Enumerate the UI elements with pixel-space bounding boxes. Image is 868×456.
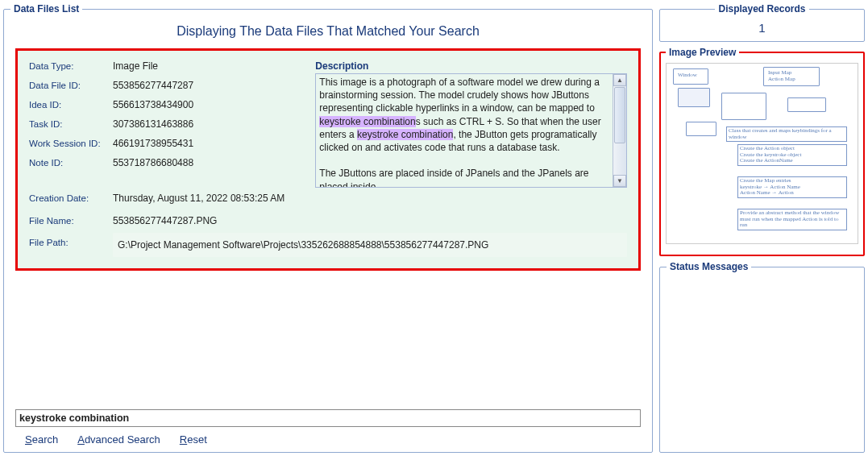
description-scrollbar[interactable]: ▲ ▼ <box>613 74 626 187</box>
value-data-type: Image File <box>113 60 158 72</box>
highlight-1: keystroke combination <box>319 116 415 127</box>
image-preview[interactable]: Window Input MapAction Map Class that cr… <box>666 63 858 244</box>
reset-link[interactable]: Reset <box>180 433 207 446</box>
displayed-records-count: 1 <box>667 21 858 35</box>
value-file-name: 553856277447287.PNG <box>113 215 217 226</box>
displayed-records-panel: Displayed Records 1 <box>659 3 865 42</box>
label-data-type: Data Type: <box>29 61 113 71</box>
highlight-2: keystroke combination <box>357 129 453 140</box>
label-task-id: Task ID: <box>29 119 113 129</box>
label-creation-date: Creation Date: <box>29 193 113 203</box>
image-preview-legend: Image Preview <box>666 47 739 58</box>
value-work-session-id: 466191738955431 <box>113 138 193 149</box>
value-idea-id: 556613738434900 <box>113 99 193 110</box>
data-files-list-legend: Data Files List <box>10 3 82 15</box>
data-files-list-panel: Data Files List Displaying The Data File… <box>3 3 653 453</box>
label-description: Description <box>315 60 627 72</box>
description-box: This image is a photograph of a software… <box>315 73 627 188</box>
description-text[interactable]: This image is a photograph of a software… <box>316 74 613 187</box>
value-creation-date: Thursday, August 11, 2022 08:53:25 AM <box>113 193 284 204</box>
label-note-id: Note ID: <box>29 158 113 168</box>
scroll-up-icon[interactable]: ▲ <box>613 74 626 86</box>
advanced-search-link[interactable]: Advanced Search <box>77 433 160 446</box>
status-messages-panel: Status Messages <box>659 261 865 453</box>
result-card[interactable]: Data Type:Image File Data File ID:553856… <box>15 48 641 271</box>
label-idea-id: Idea ID: <box>29 100 113 110</box>
label-data-file-id: Data File ID: <box>29 81 113 90</box>
value-note-id: 553718786680488 <box>113 157 193 168</box>
scroll-thumb[interactable] <box>614 87 625 143</box>
label-file-path: File Path: <box>29 238 113 247</box>
status-messages-legend: Status Messages <box>667 261 751 272</box>
displayed-records-legend: Displayed Records <box>715 3 808 15</box>
label-work-session-id: Work Session ID: <box>29 139 113 148</box>
image-preview-panel: Image Preview Window Input MapAction Map… <box>659 47 865 256</box>
label-file-name: File Name: <box>29 216 113 226</box>
search-link[interactable]: Search <box>25 433 58 446</box>
list-title: Displaying The Data Files That Matched Y… <box>10 24 646 39</box>
search-input[interactable] <box>15 409 641 427</box>
value-data-file-id: 553856277447287 <box>113 80 193 91</box>
scroll-down-icon[interactable]: ▼ <box>613 175 626 187</box>
value-file-path: G:\Project Management Software\Projects\… <box>113 233 627 257</box>
value-task-id: 307386131463886 <box>113 118 193 130</box>
